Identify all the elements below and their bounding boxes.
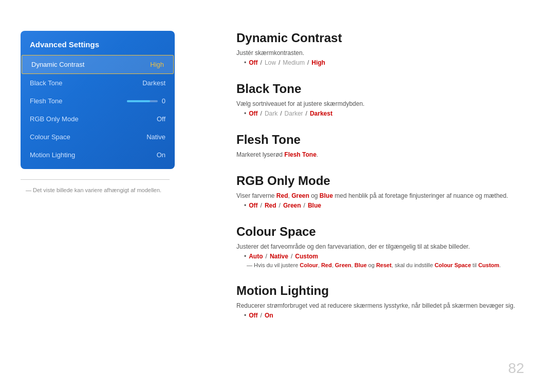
separator: / (304, 202, 305, 209)
separator: / (291, 253, 292, 260)
section-options-colour-space: Auto / Native / Custom (236, 253, 534, 260)
menu-item-colour-space[interactable]: Colour Space Native (21, 128, 175, 146)
menu-item-label: RGB Only Mode (30, 115, 79, 123)
option-medium: Medium (283, 59, 305, 66)
separator: / (280, 110, 282, 117)
note-green: Green (335, 262, 351, 268)
image-note: ― Det viste billede kan variere afhængig… (21, 179, 170, 194)
colour-space-note: ― Hvis du vil justere Colour, Red, Green… (236, 262, 534, 268)
option-auto: Auto (249, 253, 263, 260)
menu-item-label: Motion Lighting (30, 151, 75, 159)
option-flesh: Flesh Tone (284, 151, 316, 158)
section-motion-lighting: Motion Lighting Reducerer strømforbruget… (236, 284, 534, 319)
option-off: Off (249, 312, 257, 319)
option-high: High (311, 59, 325, 66)
right-panel: Dynamic Contrast Justér skærmkontrasten.… (206, 31, 534, 371)
menu-item-motion-lighting[interactable]: Motion Lighting On (21, 146, 175, 164)
section-desc-flesh-tone: Markeret lyserød Flesh Tone. (236, 151, 534, 158)
separator: / (279, 59, 280, 66)
option-off: Off (249, 59, 257, 66)
separator: / (261, 59, 262, 66)
option-dark: Dark (265, 110, 278, 117)
separator: / (279, 202, 281, 209)
menu-title: Advanced Settings (21, 40, 175, 55)
section-title-rgb-only-mode: RGB Only Mode (236, 174, 534, 188)
section-title-motion-lighting: Motion Lighting (236, 284, 534, 298)
section-options-motion-lighting: Off / On (236, 312, 534, 319)
option-red: Red (265, 202, 276, 209)
flesh-tone-value: 0 (162, 97, 165, 105)
menu-item-value: Off (157, 115, 165, 123)
note-blue: Blue (355, 262, 367, 268)
section-flesh-tone: Flesh Tone Markeret lyserød Flesh Tone. (236, 133, 534, 158)
option-on: On (265, 312, 273, 319)
separator: / (306, 110, 307, 117)
note-colour-space: Colour Space (435, 262, 471, 268)
menu-item-label: Colour Space (30, 133, 70, 141)
flesh-tone-slider[interactable] (127, 100, 158, 102)
menu-item-value: High (150, 61, 164, 68)
section-title-black-tone: Black Tone (236, 82, 534, 96)
section-desc-colour-space: Justerer det farveområde og den farvevar… (236, 243, 534, 250)
option-red: Red (276, 192, 288, 199)
section-title-flesh-tone: Flesh Tone (236, 133, 534, 147)
option-low: Low (265, 59, 276, 66)
section-options-black-tone: Off / Dark / Darker / Darkest (236, 110, 534, 117)
flesh-tone-fill (127, 100, 150, 102)
section-options-dynamic-contrast: Off / Low / Medium / High (236, 59, 534, 66)
menu-item-label: Black Tone (30, 79, 62, 87)
option-green: Green (291, 192, 309, 199)
section-title-dynamic-contrast: Dynamic Contrast (236, 31, 534, 45)
separator: / (261, 312, 262, 319)
section-desc-motion-lighting: Reducerer strømforbruget ved at reducere… (236, 302, 534, 309)
section-colour-space: Colour Space Justerer det farveområde og… (236, 225, 534, 268)
section-rgb-only-mode: RGB Only Mode Viser farverne Red, Green … (236, 174, 534, 209)
separator: / (261, 202, 262, 209)
note-custom: Custom (478, 262, 499, 268)
menu-item-label: Dynamic Contrast (31, 61, 84, 68)
option-blue: Blue (320, 192, 333, 199)
section-options-rgb-only-mode: Off / Red / Green / Blue (236, 202, 534, 209)
note-colour: Colour (300, 262, 318, 268)
option-darker: Darker (285, 110, 303, 117)
option-custom: Custom (295, 253, 318, 260)
flesh-tone-controls: 0 (127, 97, 165, 105)
option-blue: Blue (308, 202, 321, 209)
section-desc-black-tone: Vælg sortniveauet for at justere skærmdy… (236, 100, 534, 107)
note-red: Red (321, 262, 332, 268)
separator: / (307, 59, 309, 66)
flesh-tone-label: Flesh Tone (30, 97, 62, 105)
option-darkest: Darkest (310, 110, 332, 117)
advanced-settings-menu: Advanced Settings Dynamic Contrast High … (21, 31, 175, 169)
menu-item-black-tone[interactable]: Black Tone Darkest (21, 74, 175, 92)
separator: / (266, 253, 267, 260)
page-number: 82 (508, 360, 524, 377)
menu-item-rgb-only-mode[interactable]: RGB Only Mode Off (21, 110, 175, 128)
section-desc-dynamic-contrast: Justér skærmkontrasten. (236, 49, 534, 57)
menu-item-value: Darkest (142, 79, 165, 87)
separator: / (261, 110, 262, 117)
section-dynamic-contrast: Dynamic Contrast Justér skærmkontrasten.… (236, 31, 534, 66)
note-reset: Reset (376, 262, 392, 268)
option-green: Green (283, 202, 301, 209)
menu-item-flesh-tone[interactable]: Flesh Tone 0 (21, 92, 175, 110)
left-panel: Advanced Settings Dynamic Contrast High … (21, 31, 206, 371)
option-native: Native (270, 253, 288, 260)
section-desc-rgb-only-mode: Viser farverne Red, Green og Blue med he… (236, 192, 534, 199)
menu-item-value: On (157, 151, 165, 159)
menu-item-value: Native (146, 133, 165, 141)
option-off: Off (249, 110, 257, 117)
image-note-text: ― Det viste billede kan variere afhængig… (26, 187, 161, 193)
section-title-colour-space: Colour Space (236, 225, 534, 239)
section-black-tone: Black Tone Vælg sortniveauet for at just… (236, 82, 534, 117)
option-off: Off (249, 202, 257, 209)
menu-item-dynamic-contrast[interactable]: Dynamic Contrast High (22, 55, 174, 74)
